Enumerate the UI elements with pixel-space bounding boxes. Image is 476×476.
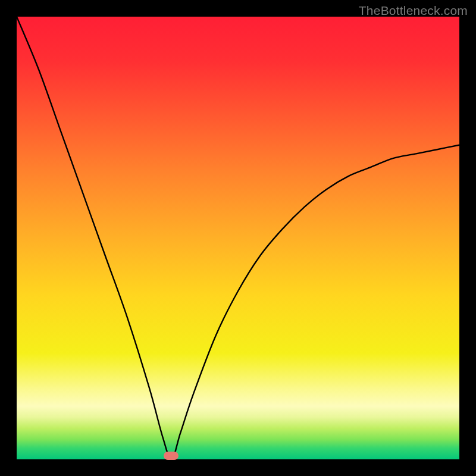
plot-frame xyxy=(17,17,459,459)
plot-background-gradient xyxy=(17,17,459,459)
watermark-text: TheBottleneck.com xyxy=(359,4,468,18)
